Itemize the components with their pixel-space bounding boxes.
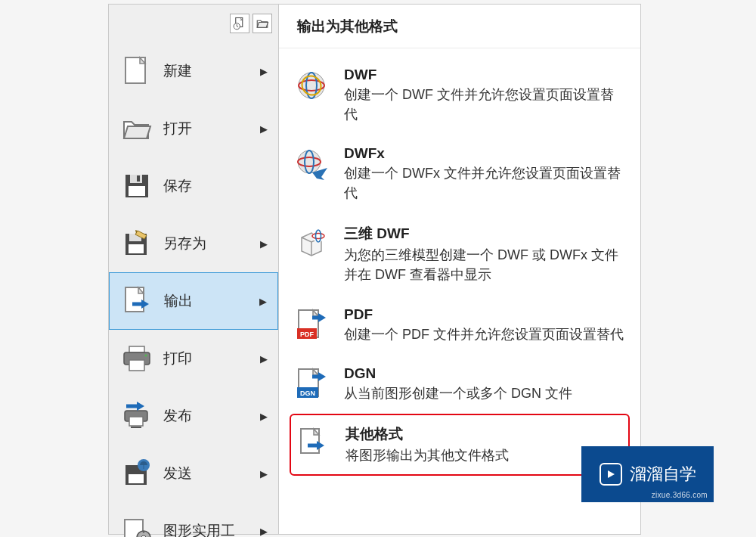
svg-point-42: [312, 230, 324, 242]
svg-rect-17: [129, 346, 144, 352]
submenu-arrow-icon: ▶: [260, 468, 268, 480]
watermark-url: zixue.3d66.com: [652, 491, 708, 499]
svg-marker-23: [137, 402, 144, 411]
menu-item-print[interactable]: 打印 ▶: [109, 330, 278, 387]
flyout-item-name: DGN: [344, 365, 625, 382]
save-floppy-icon: [119, 169, 154, 203]
svg-rect-7: [130, 175, 142, 183]
menu-item-open[interactable]: 打开 ▶: [109, 100, 278, 157]
svg-marker-54: [318, 372, 326, 381]
flyout-title: 输出为其他格式: [279, 5, 640, 48]
flyout-item-desc: 为您的三维模型创建一个 DWF 或 DWFx 文件并在 DWF 查看器中显示: [344, 245, 625, 284]
svg-rect-9: [129, 186, 145, 196]
flyout-item-name: 三维 DWF: [344, 224, 625, 244]
submenu-arrow-icon: ▶: [260, 66, 268, 77]
svg-rect-26: [129, 474, 144, 483]
flyout-item-name: DWFx: [344, 145, 625, 162]
submenu-arrow-icon: ▶: [260, 123, 268, 135]
submenu-arrow-icon: ▶: [260, 526, 268, 537]
dwfx-globe-icon: [293, 145, 330, 183]
svg-text:PDF: PDF: [300, 331, 314, 338]
svg-text:DGN: DGN: [300, 390, 315, 397]
menu-item-export[interactable]: 输出 ▶: [109, 272, 278, 330]
menu-item-label: 输出: [164, 291, 193, 311]
menu-item-label: 另存为: [163, 234, 206, 253]
svg-point-36: [298, 151, 321, 173]
svg-marker-49: [318, 313, 326, 322]
flyout-item-desc: 创建一个 PDF 文件并允许您设置页面设置替代: [344, 324, 625, 344]
menu-item-label: 打开: [163, 119, 192, 138]
menu-item-label: 打印: [163, 349, 192, 368]
dwf-3d-box-icon: [293, 224, 330, 262]
app-menu: 新建 ▶ 打开 ▶ 保存: [108, 4, 278, 535]
publish-icon: [119, 399, 154, 433]
export-pdf[interactable]: PDF PDF 创建一个 PDF 文件并允许您设置页面设置替代: [290, 296, 630, 355]
submenu-arrow-icon: ▶: [259, 296, 267, 307]
export-other-icon: [294, 424, 332, 462]
menu-item-save-as[interactable]: 另存为 ▶: [109, 215, 278, 272]
dwf-globe-icon: [293, 67, 330, 104]
menu-toolbar: [109, 5, 278, 42]
svg-marker-57: [317, 441, 324, 450]
flyout-item-desc: 创建一个 DWF 文件并允许您设置页面设置替代: [344, 85, 625, 124]
export-dwfx[interactable]: DWFx 创建一个 DWFx 文件并允许您设置页面设置替代: [290, 135, 630, 213]
svg-marker-58: [608, 470, 615, 478]
menu-item-label: 发布: [163, 406, 192, 426]
folder-open-icon: [256, 17, 269, 30]
flyout-item-desc: 创建一个 DWFx 文件并允许您设置页面设置替代: [344, 163, 625, 203]
drawing-utilities-icon: [119, 514, 154, 537]
new-file-icon: [119, 54, 154, 88]
svg-rect-22: [129, 417, 143, 426]
export-dgn[interactable]: DGN DGN 从当前图形创建一个或多个 DGN 文件: [290, 355, 630, 414]
flyout-item-desc: 从当前图形创建一个或多个 DGN 文件: [344, 383, 625, 403]
svg-marker-16: [141, 300, 149, 309]
open-documents-button[interactable]: [253, 14, 272, 33]
recent-documents-button[interactable]: [230, 14, 249, 33]
flyout-item-name: 其他格式: [345, 424, 624, 444]
flyout-item-name: PDF: [344, 306, 625, 323]
save-as-icon: [119, 226, 154, 261]
export-dwf[interactable]: DWF 创建一个 DWF 文件并允许您设置页面设置替代: [290, 56, 630, 135]
pdf-file-icon: PDF: [293, 306, 330, 344]
flyout-item-name: DWF: [344, 67, 625, 83]
document-clock-icon: [233, 17, 246, 30]
menu-item-new[interactable]: 新建 ▶: [109, 42, 278, 100]
watermark-badge: 溜溜自学 zixue.3d66.com: [581, 446, 714, 502]
menu-item-label: 发送: [163, 464, 192, 483]
menu-item-label: 保存: [163, 176, 192, 196]
watermark-brand: 溜溜自学: [630, 463, 696, 486]
submenu-arrow-icon: ▶: [260, 411, 268, 422]
submenu-arrow-icon: ▶: [260, 353, 268, 365]
svg-rect-8: [137, 175, 140, 182]
export-icon: [120, 284, 155, 318]
menu-item-send[interactable]: 发送 ▶: [109, 445, 278, 502]
dgn-file-icon: DGN: [293, 365, 330, 403]
send-icon: [119, 456, 154, 491]
play-icon: [600, 463, 622, 486]
flyout-items: DWF 创建一个 DWF 文件并允许您设置页面设置替代 DWFx 创建一个 DW…: [279, 48, 640, 476]
svg-rect-12: [129, 244, 144, 253]
printer-icon: [119, 341, 154, 376]
svg-point-20: [145, 355, 147, 357]
menu-item-label: 新建: [163, 61, 192, 81]
menu-item-save[interactable]: 保存: [109, 157, 278, 215]
export-other-formats[interactable]: 其他格式 将图形输出为其他文件格式: [290, 414, 630, 476]
svg-rect-19: [129, 360, 144, 371]
menu-item-drawing-utilities[interactable]: 图形实用工 ▶: [109, 502, 278, 537]
export-3d-dwf[interactable]: 三维 DWF 为您的三维模型创建一个 DWF 或 DWFx 文件并在 DWF 查…: [290, 213, 630, 295]
open-folder-icon: [119, 111, 154, 146]
submenu-arrow-icon: ▶: [260, 238, 268, 250]
menu-item-label: 图形实用工: [163, 521, 235, 537]
menu-item-publish[interactable]: 发布 ▶: [109, 387, 278, 445]
